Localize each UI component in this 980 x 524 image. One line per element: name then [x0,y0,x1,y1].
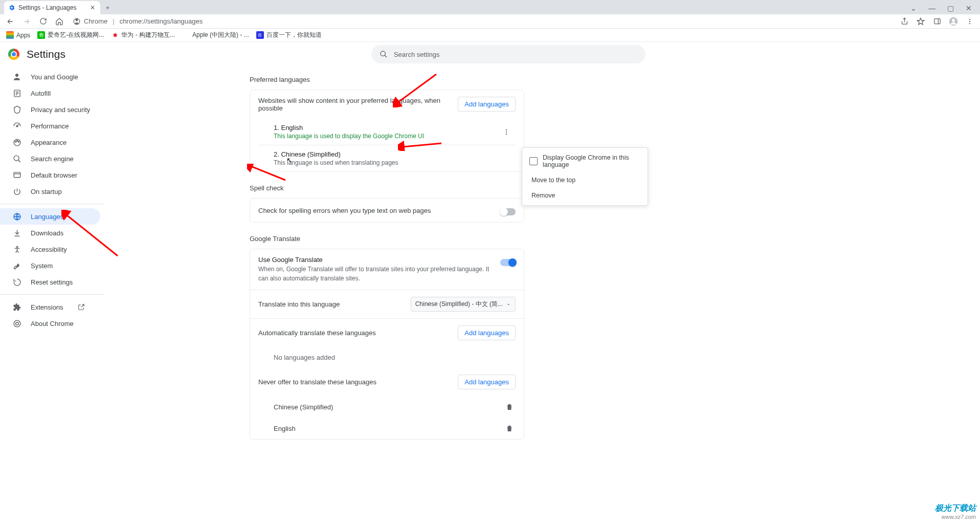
svg-rect-2 [934,19,940,24]
extension-icon [12,303,21,312]
page-title: Settings [27,48,65,60]
sidebar-item-downloads[interactable]: Downloads [0,225,132,241]
autofill-icon [12,89,21,98]
translate-toggle[interactable] [500,259,516,266]
url-path: chrome://settings/languages [120,17,203,25]
menu-icon[interactable] [963,15,977,28]
share-icon[interactable] [897,15,911,28]
menu-item-remove[interactable]: Remove [522,188,648,203]
back-button[interactable] [3,15,17,28]
language-context-menu: Display Google Chrome in this language M… [522,147,648,206]
svg-point-1 [76,18,78,21]
power-icon [12,187,21,196]
sidebar-item-on-startup[interactable]: On startup [0,183,132,200]
close-icon[interactable]: ✕ [89,4,96,11]
site-icon: ❀ [111,31,119,39]
translate-card: Use Google Translate When on, Google Tra… [250,249,524,440]
svg-point-15 [18,141,19,142]
svg-point-16 [14,156,19,161]
sidebar-item-default-browser[interactable]: Default browser [0,167,132,183]
settings-header: Settings Search settings [0,42,980,67]
sidebar-item-languages[interactable]: Languages [0,208,100,225]
accessibility-icon [12,245,21,254]
sidebar-item-autofill[interactable]: Autofill [0,85,132,101]
no-languages-row: No languages added [250,347,524,368]
more-options-button[interactable] [500,126,513,138]
bookmark-item[interactable]: Apple (中国大陆) - ... [182,31,249,39]
apps-bookmark[interactable]: Apps [6,31,30,39]
language-item-english: 1. English This language is used to disp… [250,119,524,145]
use-translate-desc: When on, Google Translate will offer to … [258,265,492,283]
sidebar-item-accessibility[interactable]: Accessibility [0,241,132,257]
svg-point-19 [16,246,18,248]
maximize-button[interactable]: ▢ [943,2,957,14]
external-link-icon [78,303,85,311]
new-tab-button[interactable]: ＋ [100,1,115,14]
sidebar-item-performance[interactable]: Performance [0,118,132,134]
never-translate-item: Chinese (Simplified) [250,396,524,418]
use-translate-label: Use Google Translate [258,256,492,264]
chevron-down-icon [506,302,511,307]
svg-point-23 [506,132,507,133]
svg-point-21 [15,322,18,325]
section-google-translate: Google Translate [250,235,980,243]
wrench-icon [12,261,21,270]
svg-point-4 [952,18,955,21]
svg-point-24 [506,134,507,135]
svg-point-20 [14,320,20,327]
side-panel-icon[interactable] [930,15,944,28]
add-languages-button[interactable]: Add languages [458,325,516,340]
brush-icon [12,138,21,147]
chrome-icon [12,319,21,328]
sidebar-item-search-engine[interactable]: Search engine [0,150,132,167]
add-languages-button[interactable]: Add languages [458,97,516,112]
search-icon [12,155,21,163]
watermark: 极光下载站 www.xz7.com [935,503,976,520]
tab-dropdown-icon[interactable]: ⌄ [906,2,921,14]
preferred-desc: Websites will show content in your prefe… [258,97,450,112]
browser-toolbar: Chrome | chrome://settings/languages [0,14,980,29]
menu-item-move-top[interactable]: Move to the top [522,172,648,188]
reload-button[interactable] [36,15,50,28]
sidebar-item-system[interactable]: System [0,257,132,274]
svg-point-5 [969,18,970,19]
menu-item-display-chrome[interactable]: Display Google Chrome in this language [522,150,648,172]
svg-point-22 [506,129,507,130]
sidebar-item-extensions[interactable]: Extensions [0,299,132,315]
translate-into-dropdown[interactable]: Chinese (Simplified) - 中文 (简... [411,297,516,312]
svg-point-11 [16,125,18,127]
sidebar-item-reset[interactable]: Reset settings [0,274,132,290]
window-close-button[interactable]: ✕ [962,2,976,14]
settings-sidebar: You and Google Autofill Privacy and secu… [0,67,132,524]
divider [0,204,104,204]
minimize-button[interactable]: — [925,2,939,14]
home-button[interactable] [52,15,66,28]
search-icon [380,50,388,58]
forward-button[interactable] [19,15,34,28]
sidebar-item-about[interactable]: About Chrome [0,315,132,332]
sidebar-item-privacy[interactable]: Privacy and security [0,101,132,118]
delete-button[interactable] [503,424,516,432]
settings-main: Preferred languages Websites will show c… [132,67,980,524]
bookmark-icon[interactable] [914,15,928,28]
svg-point-9 [15,74,18,77]
download-icon [12,229,21,237]
browser-tab[interactable]: Settings - Languages ✕ [4,1,100,14]
address-bar[interactable]: Chrome | chrome://settings/languages [69,15,895,28]
cursor-icon: ↖ [286,156,293,164]
search-input[interactable]: Search settings [371,45,645,63]
checkbox-icon[interactable] [529,157,538,165]
add-languages-button[interactable]: Add languages [458,375,516,389]
sidebar-item-you-and-google[interactable]: You and Google [0,69,132,85]
delete-button[interactable] [503,403,516,411]
bookmark-item[interactable]: ❀华为 - 构建万物互... [111,31,175,39]
tab-title: Settings - Languages [18,4,76,11]
shield-icon [12,105,21,114]
bookmark-item[interactable]: 奇爱奇艺-在线视频网... [37,31,104,39]
sidebar-item-appearance[interactable]: Appearance [0,134,132,150]
bookmark-item[interactable]: 百百度一下，你就知道 [256,31,322,39]
profile-icon[interactable] [946,15,961,28]
site-info-icon[interactable] [73,18,81,25]
spell-check-toggle[interactable] [500,208,516,215]
spell-check-card: Check for spelling errors when you type … [250,198,524,223]
